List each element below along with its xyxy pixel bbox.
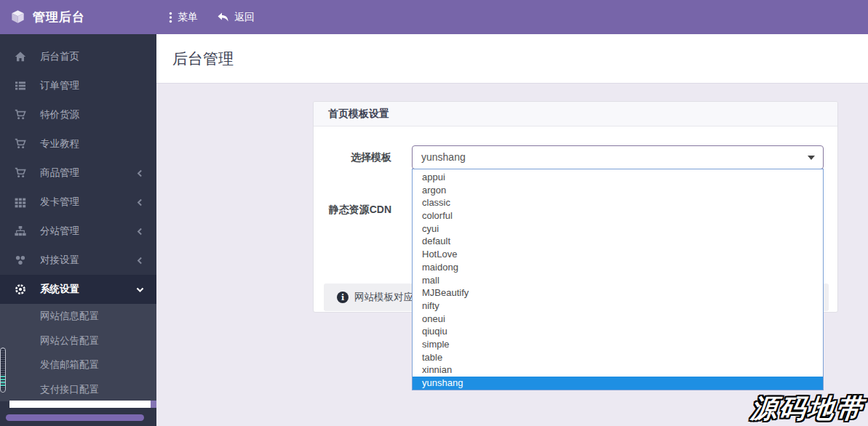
dropdown-option[interactable]: default: [413, 235, 823, 248]
cart-icon: [15, 138, 26, 150]
sidebar-item-card-management[interactable]: 发卡管理: [0, 188, 156, 217]
sidebar-item-system-settings[interactable]: 系统设置: [0, 275, 156, 304]
sidebar-item-label: 后台首页: [40, 50, 145, 63]
dropdown-option[interactable]: yunshang: [413, 377, 823, 390]
submenu-item-payment-config[interactable]: 支付接口配置: [0, 377, 156, 402]
sidebar-item-label: 系统设置: [40, 283, 135, 296]
back-button[interactable]: 返回: [217, 11, 255, 24]
submenu-item-site-notice[interactable]: 网站公告配置: [0, 329, 156, 353]
cart-icon: [15, 109, 26, 121]
template-select[interactable]: yunshang: [412, 145, 824, 169]
chevron-left-icon: [135, 256, 145, 265]
cdn-label: 静态资源CDN: [314, 204, 391, 217]
dropdown-option[interactable]: appui: [413, 171, 823, 184]
topbar: 管理后台 菜单 返回: [0, 0, 868, 34]
info-circle-icon: i: [337, 292, 349, 303]
template-settings-panel: 首页模板设置 选择模板 静态资源CDN i 网站模板对应 yunshang ap…: [313, 101, 838, 313]
sitemap-icon: [15, 225, 26, 237]
sidebar-item-label: 订单管理: [40, 79, 145, 92]
dropdown-option[interactable]: maidong: [413, 261, 823, 274]
submenu-item-site-info[interactable]: 网站信息配置: [0, 304, 156, 329]
watermark: 源码地带: [749, 391, 866, 426]
sidebar-hscrollbar-track[interactable]: [9, 401, 151, 408]
submenu-item-mail-config[interactable]: 发信邮箱配置: [0, 353, 156, 377]
dropdown-option[interactable]: colorful: [413, 209, 823, 222]
dropdown-list: appuiargonclassiccolorfulcyuidefaultHotL…: [412, 169, 824, 390]
menu-button[interactable]: 菜单: [169, 11, 198, 24]
sidebar-item-label: 分站管理: [40, 225, 135, 238]
dropdown-option[interactable]: simple: [413, 338, 823, 351]
dropdown-option[interactable]: cyui: [413, 222, 823, 236]
topbar-nav: 菜单 返回: [169, 11, 255, 24]
sidebar-item-integration[interactable]: 对接设置: [0, 246, 156, 275]
cube-logo-icon: [10, 9, 25, 25]
sidebar-item-label: 专业教程: [40, 137, 145, 150]
dropdown-option[interactable]: classic: [413, 196, 823, 209]
caret-down-icon: [808, 156, 815, 160]
sidebar-item-dashboard[interactable]: 后台首页: [0, 42, 156, 71]
sidebar-item-label: 对接设置: [40, 254, 135, 267]
dropdown-option[interactable]: qiuqiu: [413, 325, 823, 338]
grid-icon: [15, 196, 26, 208]
info-alert-text: 网站模板对应: [354, 291, 413, 304]
page-header: 后台管理: [156, 34, 868, 84]
sidebar-item-tutorials[interactable]: 专业教程: [0, 129, 156, 158]
dropdown-option[interactable]: mall: [413, 274, 823, 287]
sidebar-item-products[interactable]: 商品管理: [0, 158, 156, 188]
app-brand: 管理后台: [0, 9, 157, 25]
chevron-down-icon: [135, 285, 145, 294]
page-title: 后台管理: [172, 49, 234, 69]
sidebar-nav: 后台首页 订单管理 特价货源 专业教程 商品管理: [0, 34, 156, 401]
sidebar-hscrollbar-thumb[interactable]: [6, 414, 144, 421]
template-select-value: yunshang: [421, 151, 466, 163]
app-title: 管理后台: [33, 9, 85, 25]
dropdown-option[interactable]: table: [413, 351, 823, 364]
chevron-left-icon: [135, 198, 145, 207]
back-button-label: 返回: [234, 11, 255, 24]
sidebar-item-label: 特价货源: [40, 108, 145, 121]
sidebar-item-label: 发卡管理: [40, 196, 135, 209]
sidebar-item-label: 商品管理: [40, 166, 135, 180]
panel-title: 首页模板设置: [314, 102, 837, 126]
select-template-label: 选择模板: [314, 151, 391, 164]
dropdown-option[interactable]: MJBeautify: [413, 286, 823, 300]
dropdown-option[interactable]: argon: [413, 184, 823, 197]
dropdown-option[interactable]: xinnian: [413, 363, 823, 377]
sidebar-item-substations[interactable]: 分站管理: [0, 217, 156, 246]
chevron-left-icon: [135, 169, 145, 178]
sidebar-hscrollbar-end: [151, 401, 156, 408]
list-icon: [15, 80, 26, 92]
gear-icon: [15, 284, 26, 295]
menu-button-label: 菜单: [178, 11, 198, 24]
sidebar-item-orders[interactable]: 订单管理: [0, 71, 156, 100]
sidebar-minimap-scrollbar[interactable]: [0, 347, 6, 393]
sidebar: 后台首页 订单管理 特价货源 专业教程 商品管理: [0, 34, 156, 426]
home-icon: [15, 51, 26, 63]
dropdown-option[interactable]: oneui: [413, 313, 823, 326]
ellipsis-vertical-icon: [169, 12, 172, 23]
nodes-icon: [15, 254, 26, 266]
system-settings-submenu: 网站信息配置 网站公告配置 发信邮箱配置 支付接口配置: [0, 304, 156, 401]
reply-arrow-icon: [217, 12, 229, 23]
dropdown-option[interactable]: nifty: [413, 300, 823, 313]
cart-icon: [15, 167, 26, 179]
chevron-left-icon: [135, 227, 145, 236]
dropdown-option[interactable]: HotLove: [413, 248, 823, 261]
sidebar-item-special-supply[interactable]: 特价货源: [0, 100, 156, 129]
